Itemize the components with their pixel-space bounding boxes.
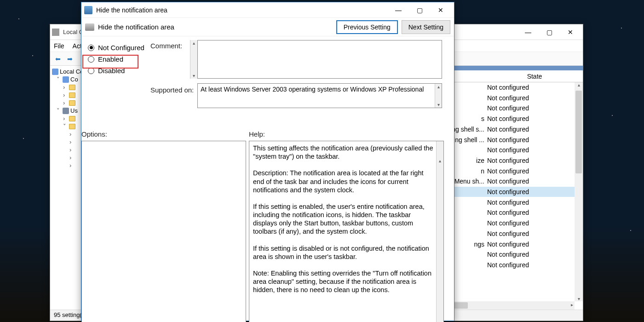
policy-dialog-icon: [84, 6, 92, 14]
state-cell: Not configured: [487, 136, 565, 144]
radio-icon: [88, 56, 94, 63]
radio-icon: [88, 68, 94, 74]
next-setting-button[interactable]: Next Setting: [402, 20, 450, 34]
state-cell: Not configured: [487, 84, 565, 91]
star-decoration: [23, 138, 24, 139]
folder-icon: [69, 116, 75, 121]
state-cell: Not configured: [487, 178, 565, 185]
help-textbox[interactable]: This setting affects the notification ar…: [249, 141, 444, 322]
radio-disabled[interactable]: Disabled: [85, 65, 150, 76]
setting-icon: [85, 23, 94, 31]
state-cell: Not configured: [487, 219, 565, 227]
scrollbar-thumb[interactable]: [575, 91, 582, 173]
state-cell: Not configured: [487, 126, 565, 133]
star-decoration: [630, 230, 631, 231]
dialog-titlebar[interactable]: Hide the notification area — ▢ ✕: [81, 2, 454, 18]
state-cell: Not configured: [487, 188, 565, 196]
forward-arrow-icon[interactable]: ➡: [65, 54, 75, 64]
state-cell: Not configured: [487, 199, 565, 206]
dialog-title: Hide the notification area: [96, 6, 388, 14]
state-cell: Not configured: [487, 104, 565, 112]
state-cell: Not configured: [487, 241, 565, 248]
user-icon: [63, 108, 69, 114]
options-section: Options:: [81, 130, 246, 322]
state-cell: Not configured: [487, 115, 565, 122]
state-cell: Not configured: [487, 261, 565, 269]
supported-scrollbar[interactable]: ▴ ▾: [435, 84, 442, 108]
star-decoration: [32, 55, 33, 56]
policy-icon: [52, 69, 58, 75]
state-cell: Not configured: [487, 251, 565, 258]
expander-icon: ˅: [57, 76, 61, 83]
vertical-scrollbar[interactable]: [575, 82, 583, 301]
options-label: Options:: [81, 130, 246, 138]
comment-textarea[interactable]: [197, 40, 442, 79]
comment-label: Comment:: [150, 42, 182, 50]
folder-icon: [69, 100, 75, 106]
state-cell: Not configured: [487, 94, 565, 102]
back-arrow-icon[interactable]: ⬅: [53, 54, 63, 64]
close-button[interactable]: ✕: [560, 25, 581, 39]
help-label: Help:: [249, 130, 444, 138]
supported-on-text: At least Windows Server 2003 operating s…: [197, 83, 442, 108]
star-decoration: [612, 115, 613, 116]
previous-setting-button[interactable]: Previous Setting: [336, 20, 398, 34]
folder-icon: [69, 85, 75, 90]
radio-enabled[interactable]: Enabled: [85, 53, 150, 65]
supported-label: Supported on:: [150, 86, 194, 94]
state-cell: Not configured: [487, 230, 565, 237]
minimize-button[interactable]: —: [518, 25, 539, 39]
column-header-state[interactable]: State: [495, 73, 574, 80]
minimize-button[interactable]: —: [388, 3, 409, 17]
help-scrollbar[interactable]: ▴: [436, 141, 443, 322]
expander-icon: ˅: [57, 107, 61, 114]
state-radio-group: Not Configured Enabled Disabled: [85, 42, 150, 76]
setting-name: Hide the notification area: [98, 23, 333, 31]
radio-icon: [88, 45, 94, 51]
maximize-button[interactable]: ▢: [539, 25, 560, 39]
star-decoration: [18, 18, 19, 19]
supported-field-container: At least Windows Server 2003 operating s…: [197, 83, 442, 108]
radio-not-configured[interactable]: Not Configured: [85, 42, 150, 53]
options-box: [81, 141, 246, 322]
policy-dialog: Hide the notification area — ▢ ✕ Hide th…: [81, 2, 454, 321]
folder-icon: [69, 92, 75, 98]
folder-icon: [69, 124, 75, 129]
state-cell: Not configured: [487, 146, 565, 154]
gp-app-icon: [52, 29, 59, 36]
help-section: Help: This setting affects the notificat…: [249, 130, 444, 322]
state-cell: Not configured: [487, 157, 565, 164]
star-decoration: [621, 28, 622, 29]
computer-icon: [63, 76, 69, 83]
expander-icon: ˅: [63, 123, 68, 130]
state-cell: Not configured: [487, 167, 565, 175]
maximize-button[interactable]: ▢: [409, 3, 430, 17]
state-cell: Not configured: [487, 209, 565, 216]
dialog-subheader: Hide the notification area Previous Sett…: [81, 18, 454, 36]
close-button[interactable]: ✕: [430, 3, 451, 17]
menu-file[interactable]: File: [54, 42, 64, 50]
comment-scrollbar[interactable]: ▴ ▾: [190, 40, 197, 79]
